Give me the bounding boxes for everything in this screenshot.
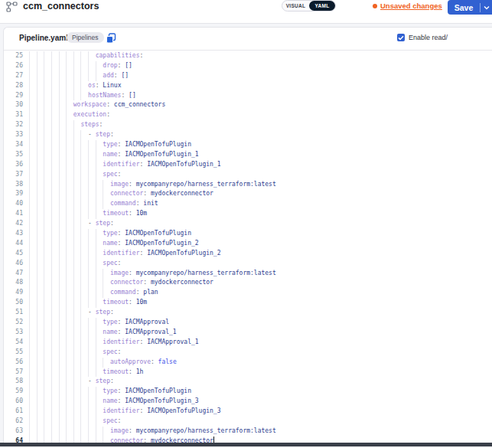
- code-text[interactable]: timeout: 1h: [29, 368, 492, 378]
- code-text[interactable]: - step:: [29, 308, 492, 318]
- code-text[interactable]: spec:: [29, 170, 492, 180]
- code-line[interactable]: 53 name: IACMApproval_1: [4, 328, 492, 338]
- code-line[interactable]: 45 identifier: IACMOpenTofuPlugin_2: [4, 249, 492, 259]
- toggle-yaml-option[interactable]: YAML: [309, 1, 335, 11]
- code-line[interactable]: 47 image: mycompanyrepo/harness_terrafor…: [4, 269, 492, 279]
- code-line[interactable]: 62 spec:: [4, 417, 492, 427]
- code-line[interactable]: 26 drop: []: [4, 61, 492, 71]
- code-line[interactable]: 50 timeout: 10m: [4, 298, 492, 308]
- toggle-visual-option[interactable]: VISUAL: [282, 3, 309, 8]
- code-text[interactable]: command: init: [29, 199, 492, 209]
- code-line[interactable]: 59 type: IACMOpenTofuPlugin: [4, 387, 492, 397]
- unsaved-changes-link[interactable]: Unsaved changes: [373, 2, 442, 10]
- line-number: 61: [4, 407, 23, 417]
- enable-read-checkbox-group[interactable]: Enable read/: [397, 34, 448, 41]
- code-line[interactable]: 43 type: IACMOpenTofuPlugin: [4, 229, 492, 239]
- code-line[interactable]: 28 os: Linux: [4, 81, 492, 91]
- code-line[interactable]: 39 connector: mydockerconnector: [4, 189, 492, 199]
- code-line[interactable]: 51 - step:: [4, 308, 492, 318]
- code-text[interactable]: identifier: IACMOpenTofuPlugin_3: [29, 407, 492, 417]
- code-text[interactable]: spec:: [29, 348, 492, 358]
- code-line[interactable]: 32 steps:: [4, 120, 492, 130]
- code-text[interactable]: execution:: [29, 110, 492, 120]
- code-text[interactable]: name: IACMOpenTofuPlugin_1: [29, 150, 492, 160]
- code-text[interactable]: identifier: IACMApproval_1: [29, 338, 492, 348]
- line-number: 33: [4, 130, 23, 140]
- code-line[interactable]: 44 name: IACMOpenTofuPlugin_2: [4, 239, 492, 249]
- code-line[interactable]: 63 image: mycompanyrepo/harness_terrafor…: [4, 427, 492, 437]
- line-number: 39: [4, 189, 23, 199]
- code-text[interactable]: - step:: [29, 219, 492, 229]
- line-number: 53: [4, 328, 23, 338]
- code-line[interactable]: 54 identifier: IACMApproval_1: [4, 338, 492, 348]
- code-line[interactable]: 46 spec:: [4, 259, 492, 269]
- code-line[interactable]: 25 capabilities:: [4, 51, 492, 61]
- code-text[interactable]: command: plan: [29, 288, 492, 298]
- line-number: 62: [4, 417, 23, 427]
- code-text[interactable]: identifier: IACMOpenTofuPlugin_1: [29, 160, 492, 170]
- save-button-label[interactable]: Save: [448, 3, 480, 12]
- code-text[interactable]: identifier: IACMOpenTofuPlugin_2: [29, 249, 492, 259]
- code-text[interactable]: autoApprove: false: [29, 358, 492, 368]
- code-line[interactable]: 31 execution:: [4, 110, 492, 120]
- code-text[interactable]: - step:: [29, 377, 492, 387]
- code-line[interactable]: 60 name: IACMOpenTofuPlugin_3: [4, 397, 492, 407]
- code-line[interactable]: 29 hostNames: []: [4, 91, 492, 101]
- line-number: 25: [4, 51, 23, 61]
- code-text[interactable]: drop: []: [29, 61, 492, 71]
- copy-icon[interactable]: [106, 33, 116, 44]
- code-text[interactable]: timeout: 10m: [29, 209, 492, 219]
- chevron-down-icon[interactable]: [481, 5, 492, 10]
- code-text[interactable]: os: Linux: [29, 81, 492, 91]
- code-line[interactable]: 38 image: mycompanyrepo/harness_terrafor…: [4, 180, 492, 190]
- code-line[interactable]: 52 type: IACMApproval: [4, 318, 492, 328]
- code-line[interactable]: 42 - step:: [4, 219, 492, 229]
- yaml-code-editor[interactable]: 25 capabilities:26 drop: []27 add: []28 …: [4, 50, 492, 447]
- line-number: 56: [4, 358, 23, 368]
- code-text[interactable]: name: IACMApproval_1: [29, 328, 492, 338]
- code-line[interactable]: 33 - step:: [4, 130, 492, 140]
- checkbox-checked-icon[interactable]: [397, 34, 405, 41]
- code-text[interactable]: type: IACMOpenTofuPlugin: [29, 229, 492, 239]
- visual-yaml-toggle[interactable]: VISUAL YAML: [282, 0, 336, 11]
- code-line[interactable]: 41 timeout: 10m: [4, 209, 492, 219]
- code-text[interactable]: hostNames: []: [29, 91, 492, 101]
- code-text[interactable]: add: []: [29, 71, 492, 81]
- code-line[interactable]: 37 spec:: [4, 170, 492, 180]
- code-text[interactable]: connector: mydockerconnector: [29, 189, 492, 199]
- code-text[interactable]: image: mycompanyrepo/harness_terraform:l…: [29, 427, 492, 437]
- code-text[interactable]: type: IACMOpenTofuPlugin: [29, 140, 492, 150]
- code-line[interactable]: 35 name: IACMOpenTofuPlugin_1: [4, 150, 492, 160]
- code-text[interactable]: image: mycompanyrepo/harness_terraform:l…: [29, 269, 492, 279]
- unsaved-changes-label[interactable]: Unsaved changes: [380, 2, 442, 10]
- code-text[interactable]: steps:: [29, 120, 492, 130]
- code-line[interactable]: 61 identifier: IACMOpenTofuPlugin_3: [4, 407, 492, 417]
- code-line[interactable]: 49 command: plan: [4, 288, 492, 298]
- code-text[interactable]: spec:: [29, 259, 492, 269]
- code-line[interactable]: 48 connector: mydockerconnector: [4, 278, 492, 288]
- code-text[interactable]: connector: mydockerconnector: [29, 278, 492, 288]
- code-text[interactable]: name: IACMOpenTofuPlugin_2: [29, 239, 492, 249]
- code-text[interactable]: capabilities:: [29, 51, 492, 61]
- save-button[interactable]: Save: [448, 0, 492, 15]
- code-line[interactable]: 56 autoApprove: false: [4, 358, 492, 368]
- code-line[interactable]: 27 add: []: [4, 71, 492, 81]
- code-line[interactable]: 55 spec:: [4, 348, 492, 358]
- code-text[interactable]: type: IACMOpenTofuPlugin: [29, 387, 492, 397]
- code-line[interactable]: 40 command: init: [4, 199, 492, 209]
- code-line[interactable]: 34 type: IACMOpenTofuPlugin: [4, 140, 492, 150]
- code-text[interactable]: image: mycompanyrepo/harness_terraform:l…: [29, 180, 492, 190]
- code-text[interactable]: spec:: [29, 417, 492, 427]
- code-text[interactable]: workspace: ccm_connectors: [29, 100, 492, 110]
- code-line[interactable]: 58 - step:: [4, 377, 492, 387]
- code-line[interactable]: 30 workspace: ccm_connectors: [4, 100, 492, 110]
- line-number: 31: [4, 110, 23, 120]
- code-line[interactable]: 57 timeout: 1h: [4, 368, 492, 378]
- code-text[interactable]: - step:: [29, 130, 492, 140]
- line-number: 59: [4, 387, 23, 397]
- code-text[interactable]: name: IACMOpenTofuPlugin_3: [29, 397, 492, 407]
- line-number: 57: [4, 368, 23, 378]
- code-line[interactable]: 36 identifier: IACMOpenTofuPlugin_1: [4, 160, 492, 170]
- code-text[interactable]: timeout: 10m: [29, 298, 492, 308]
- code-text[interactable]: type: IACMApproval: [29, 318, 492, 328]
